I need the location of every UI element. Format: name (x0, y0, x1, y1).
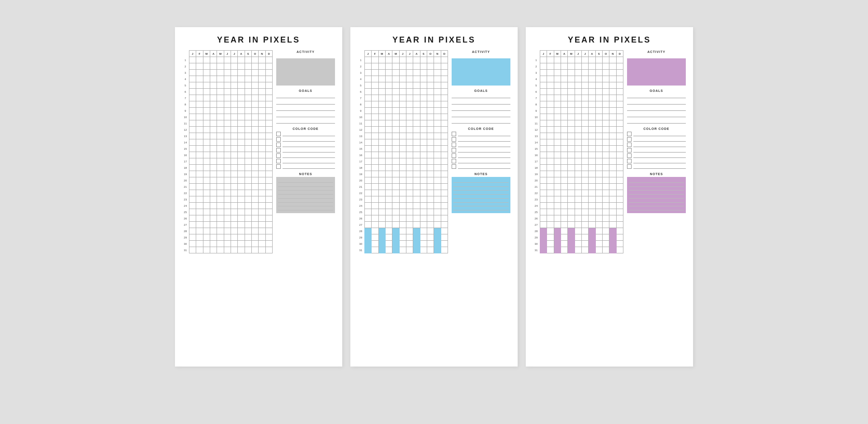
pixel-cell[interactable] (189, 127, 196, 133)
pixel-cell[interactable] (427, 241, 434, 247)
pixel-cell[interactable] (441, 184, 448, 190)
pixel-cell[interactable] (575, 146, 581, 152)
pixel-cell[interactable] (595, 247, 602, 253)
pixel-cell[interactable] (540, 247, 547, 253)
pixel-cell[interactable] (609, 190, 616, 196)
pixel-cell[interactable] (554, 241, 561, 247)
pixel-cell[interactable] (575, 228, 581, 234)
pixel-cell[interactable] (378, 63, 385, 70)
pixel-cell[interactable] (561, 108, 567, 114)
pixel-cell[interactable] (434, 127, 441, 133)
color-swatch[interactable] (276, 159, 281, 163)
pixel-cell[interactable] (420, 203, 427, 209)
pixel-cell[interactable] (385, 70, 392, 76)
pixel-cell[interactable] (364, 82, 371, 89)
pixel-cell[interactable] (203, 203, 210, 209)
pixel-cell[interactable] (561, 82, 567, 89)
pixel-cell[interactable] (413, 101, 420, 108)
pixel-cell[interactable] (616, 228, 623, 234)
pixel-cell[interactable] (399, 203, 406, 209)
pixel-cell[interactable] (224, 133, 231, 139)
pixel-cell[interactable] (547, 95, 554, 101)
pixel-cell[interactable] (385, 158, 392, 165)
pixel-cell[interactable] (420, 76, 427, 82)
pixel-cell[interactable] (372, 222, 378, 228)
pixel-cell[interactable] (189, 177, 196, 184)
pixel-cell[interactable] (540, 222, 547, 228)
pixel-cell[interactable] (427, 171, 434, 177)
pixel-cell[interactable] (434, 133, 441, 139)
pixel-cell[interactable] (210, 196, 217, 203)
pixel-cell[interactable] (554, 133, 561, 139)
pixel-cell[interactable] (568, 146, 575, 152)
pixel-cell[interactable] (392, 139, 399, 146)
pixel-cell[interactable] (392, 190, 399, 196)
pixel-cell[interactable] (441, 76, 448, 82)
pixel-cell[interactable] (259, 222, 265, 228)
pixel-cell[interactable] (406, 89, 413, 95)
pixel-cell[interactable] (196, 222, 203, 228)
pixel-cell[interactable] (575, 108, 581, 114)
pixel-cell[interactable] (189, 158, 196, 165)
pixel-cell[interactable] (540, 82, 547, 89)
pixel-cell[interactable] (364, 165, 371, 171)
pixel-cell[interactable] (251, 108, 258, 114)
pixel-cell[interactable] (547, 171, 554, 177)
pixel-cell[interactable] (251, 82, 258, 89)
pixel-cell[interactable] (420, 228, 427, 234)
pixel-cell[interactable] (568, 241, 575, 247)
pixel-cell[interactable] (392, 158, 399, 165)
color-swatch[interactable] (276, 153, 281, 158)
pixel-cell[interactable] (259, 114, 265, 120)
pixel-cell[interactable] (372, 203, 378, 209)
pixel-cell[interactable] (616, 120, 623, 127)
pixel-cell[interactable] (413, 222, 420, 228)
pixel-cell[interactable] (378, 108, 385, 114)
pixel-cell[interactable] (554, 70, 561, 76)
pixel-cell[interactable] (609, 158, 616, 165)
pixel-cell[interactable] (224, 203, 231, 209)
pixel-cell[interactable] (224, 95, 231, 101)
pixel-cell[interactable] (203, 165, 210, 171)
pixel-cell[interactable] (203, 196, 210, 203)
pixel-cell[interactable] (238, 177, 245, 184)
pixel-cell[interactable] (609, 82, 616, 89)
pixel-cell[interactable] (420, 139, 427, 146)
pixel-cell[interactable] (231, 101, 237, 108)
pixel-cell[interactable] (265, 165, 272, 171)
pixel-cell[interactable] (540, 190, 547, 196)
pixel-cell[interactable] (427, 158, 434, 165)
pixel-cell[interactable] (224, 190, 231, 196)
pixel-cell[interactable] (217, 146, 224, 152)
pixel-cell[interactable] (561, 133, 567, 139)
pixel-cell[interactable] (259, 215, 265, 222)
pixel-cell[interactable] (554, 203, 561, 209)
pixel-cell[interactable] (540, 120, 547, 127)
pixel-cell[interactable] (441, 152, 448, 158)
pixel-cell[interactable] (364, 108, 371, 114)
pixel-cell[interactable] (441, 171, 448, 177)
color-swatch[interactable] (627, 148, 632, 152)
pixel-cell[interactable] (251, 139, 258, 146)
pixel-cell[interactable] (224, 209, 231, 215)
color-swatch[interactable] (627, 159, 632, 163)
pixel-cell[interactable] (441, 165, 448, 171)
pixel-cell[interactable] (561, 120, 567, 127)
pixel-cell[interactable] (392, 196, 399, 203)
pixel-cell[interactable] (392, 146, 399, 152)
pixel-cell[interactable] (245, 184, 251, 190)
pixel-cell[interactable] (259, 209, 265, 215)
pixel-cell[interactable] (364, 171, 371, 177)
pixel-cell[interactable] (372, 101, 378, 108)
pixel-cell[interactable] (568, 152, 575, 158)
pixel-cell[interactable] (265, 120, 272, 127)
pixel-cell[interactable] (399, 177, 406, 184)
pixel-cell[interactable] (434, 234, 441, 241)
pixel-cell[interactable] (238, 247, 245, 253)
pixel-cell[interactable] (231, 70, 237, 76)
pixel-cell[interactable] (420, 184, 427, 190)
pixel-cell[interactable] (441, 177, 448, 184)
pixel-cell[interactable] (609, 222, 616, 228)
pixel-cell[interactable] (602, 95, 609, 101)
pixel-cell[interactable] (589, 234, 595, 241)
